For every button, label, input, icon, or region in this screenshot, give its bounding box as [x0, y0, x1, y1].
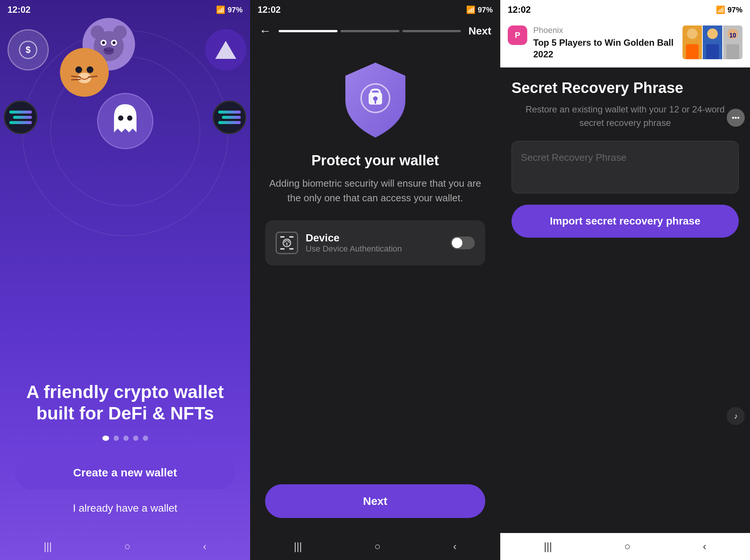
back-icon-1[interactable]: ‹ [203, 541, 206, 553]
spacer [265, 277, 485, 484]
biometric-icon [276, 232, 298, 254]
stripe-1 [9, 111, 32, 114]
crypto-icons-area: $ [0, 18, 250, 374]
svg-point-14 [78, 73, 91, 83]
screen2-description: Adding biometric security will ensure th… [265, 176, 485, 205]
battery-1: 97% [228, 6, 243, 14]
svg-text:10: 10 [729, 32, 736, 39]
player-1 [682, 25, 702, 59]
shield-illustration [338, 59, 413, 141]
solana-stripes-right [218, 111, 241, 124]
menu-icon-1[interactable]: ||| [44, 541, 52, 553]
progress-seg-1 [279, 30, 338, 32]
phoenix-headline: Top 5 Players to Win Golden Ball 2022 [533, 37, 676, 60]
svg-point-32 [687, 28, 698, 39]
stripe-3 [9, 121, 32, 124]
player-3: 10 [723, 25, 742, 59]
svg-rect-36 [706, 44, 719, 59]
svg-point-11 [60, 48, 109, 97]
dot-2 [114, 436, 119, 441]
next-button-top[interactable]: Next [468, 25, 491, 37]
svg-point-8 [102, 41, 105, 44]
screen-2: 12:02 📶 97% ← Next [250, 0, 500, 560]
arweave-icon [205, 29, 246, 70]
nav-bar-3: ||| ○ ‹ [500, 533, 750, 560]
svg-point-9 [112, 41, 116, 44]
next-button-main[interactable]: Next [265, 484, 485, 518]
svg-rect-33 [686, 44, 699, 59]
nav-bar-1: ||| ○ ‹ [0, 533, 250, 560]
status-bar-3: 12:02 📶 97% [500, 0, 750, 18]
menu-icon-3[interactable]: ||| [544, 541, 552, 553]
shield-area [250, 44, 500, 153]
nav-bar-2: ||| ○ ‹ [250, 533, 500, 560]
phoenix-notification[interactable]: P Phoenix Top 5 Players to Win Golden Ba… [500, 18, 750, 67]
solana-stripes [9, 111, 32, 124]
recovery-input-placeholder: Secret Recovery Phrase [521, 152, 627, 163]
stripe-r1 [218, 111, 241, 114]
home-icon-3[interactable]: ○ [624, 541, 631, 553]
status-icons-1: 📶 97% [216, 5, 243, 14]
svg-rect-26 [280, 248, 285, 250]
signal-icon-3: 📶 [716, 5, 725, 14]
device-name: Device [306, 232, 443, 244]
time-2: 12:02 [258, 4, 280, 15]
back-icon-2[interactable]: ‹ [453, 541, 456, 553]
toggle-knob [452, 238, 462, 248]
screen-3: 12:02 📶 97% P Phoenix Top 5 Players to W… [500, 0, 750, 560]
music-icon: ♪ [734, 412, 738, 421]
screen2-top-nav: ← Next [250, 18, 500, 44]
create-wallet-button[interactable]: Create a new wallet [15, 456, 235, 490]
signal-icon: 📶 [216, 5, 225, 14]
stripe-r2 [222, 116, 241, 119]
svg-rect-39 [726, 44, 739, 59]
back-button[interactable]: ← [259, 24, 271, 38]
ghost-icon [97, 93, 153, 149]
tiger-icon [60, 48, 109, 97]
stripe-2 [13, 116, 32, 119]
dot-1 [102, 436, 109, 441]
svg-point-19 [127, 115, 132, 121]
device-card: Device Use Device Authentication [265, 220, 485, 265]
menu-icon-2[interactable]: ||| [294, 541, 302, 553]
svg-point-12 [75, 66, 82, 73]
time-3: 12:02 [508, 4, 531, 15]
device-sub: Use Device Authentication [306, 244, 402, 253]
have-wallet-button[interactable]: I already have a wallet [15, 499, 235, 518]
dollar-icon: $ [8, 29, 49, 70]
progress-bar [279, 30, 461, 32]
recovery-phrase-input[interactable]: Secret Recovery Phrase [512, 141, 739, 193]
screen1-text-area: A friendly crypto wallet built for DeFi … [0, 374, 250, 533]
stripe-r3 [218, 121, 241, 124]
phoenix-logo-text: P [515, 30, 520, 40]
dots-container [15, 436, 235, 441]
back-icon-3[interactable]: ‹ [703, 541, 706, 553]
phoenix-logo: P [508, 25, 527, 45]
svg-rect-27 [289, 236, 294, 238]
home-icon-2[interactable]: ○ [374, 541, 381, 553]
time-1: 12:02 [8, 4, 30, 15]
screen2-title: Protect your wallet [265, 153, 485, 169]
home-icon-1[interactable]: ○ [124, 541, 130, 553]
phoenix-text: Phoenix Top 5 Players to Win Golden Ball… [533, 25, 676, 60]
progress-seg-3 [402, 30, 461, 32]
status-bar-2: 12:02 📶 97% [250, 0, 500, 18]
solana-left-icon [4, 100, 38, 134]
device-toggle[interactable] [451, 237, 475, 249]
more-options-button[interactable]: ••• [727, 109, 745, 127]
status-icons-3: 📶 97% [716, 5, 742, 14]
more-icon: ••• [732, 114, 740, 122]
solana-right-icon [213, 100, 246, 134]
progress-seg-2 [340, 30, 399, 32]
screen-1: 12:02 📶 97% $ [0, 0, 250, 560]
phoenix-brand: Phoenix [533, 25, 676, 35]
dot-5 [143, 436, 148, 441]
svg-point-35 [707, 28, 718, 39]
svg-rect-28 [289, 248, 294, 250]
import-recovery-button[interactable]: Import secret recovery phrase [512, 205, 739, 238]
svg-rect-25 [280, 236, 285, 238]
music-button[interactable]: ♪ [727, 407, 745, 425]
svg-point-18 [118, 115, 123, 121]
dot-3 [123, 436, 129, 441]
screen1-title: A friendly crypto wallet built for DeFi … [15, 381, 235, 424]
